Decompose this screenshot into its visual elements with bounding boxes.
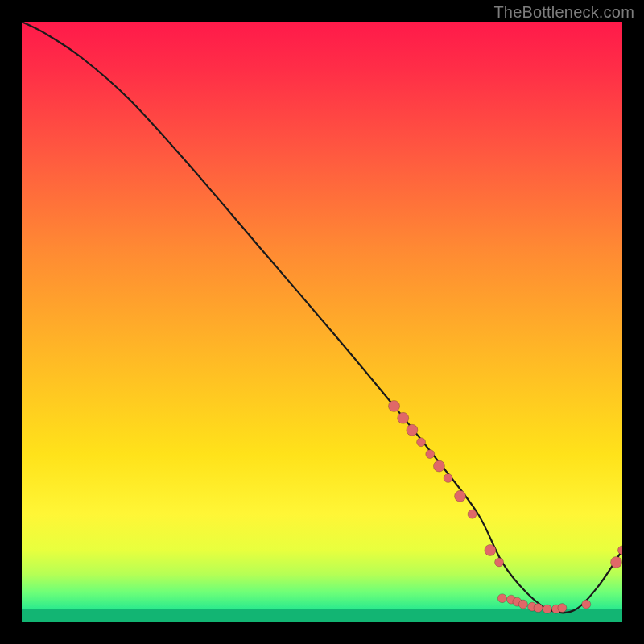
data-marker: [485, 544, 496, 555]
data-marker: [518, 600, 527, 609]
plot-area: [22, 22, 622, 622]
data-marker: [426, 450, 435, 459]
data-marker: [389, 400, 400, 411]
data-marker: [497, 594, 506, 603]
data-marker: [468, 510, 477, 518]
data-marker: [495, 558, 504, 567]
chart-svg: [22, 22, 622, 622]
chart-frame: TheBottleneck.com: [0, 0, 644, 644]
data-marker: [433, 460, 444, 472]
data-marker: [534, 604, 543, 613]
attribution-text: TheBottleneck.com: [493, 3, 634, 22]
data-marker: [444, 473, 452, 482]
data-marker: [582, 600, 591, 609]
data-marker: [618, 546, 623, 555]
data-marker: [611, 556, 622, 568]
data-marker: [455, 490, 466, 502]
data-marker: [407, 424, 418, 436]
data-marker: [417, 438, 426, 447]
data-markers: [389, 400, 622, 613]
data-marker: [543, 605, 551, 613]
bottleneck-curve: [22, 22, 622, 613]
data-marker: [558, 604, 567, 613]
data-marker: [398, 412, 409, 423]
